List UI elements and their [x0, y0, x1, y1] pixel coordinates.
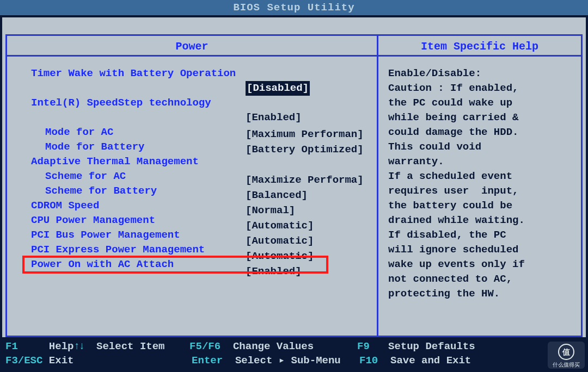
watermark: 值 什么值得买 — [548, 342, 585, 369]
setting-row[interactable]: PCI Express Power Management[Automatic] — [11, 243, 372, 257]
setting-row[interactable]: PCI Bus Power Management[Automatic] — [11, 228, 372, 243]
key-f10: F10 — [359, 355, 378, 367]
frame-top-spacer — [0, 15, 588, 34]
label-setup-defaults: Setup Defaults — [388, 340, 475, 352]
setting-label: Power On with AC Attach — [11, 257, 174, 272]
title-bar: BIOS Setup Utility — [0, 0, 588, 15]
setting-row[interactable]: Scheme for Battery[Balanced] — [11, 184, 372, 199]
setting-label: Mode for Battery — [11, 140, 144, 154]
help-text: Enable/Disable: Caution : If enabled, th… — [378, 57, 581, 306]
key-enter: Enter — [192, 355, 223, 367]
setting-label: PCI Express Power Management — [11, 243, 205, 257]
settings-pane: Power Timer Wake with Battery Operation[… — [5, 34, 378, 337]
help-pane: Item Specific Help Enable/Disable: Cauti… — [378, 34, 583, 337]
setting-row[interactable]: CPU Power Management[Automatic] — [11, 213, 372, 228]
label-change-values: Change Values — [233, 340, 314, 352]
setting-row[interactable]: Mode for Battery[Battery Optimized] — [11, 140, 372, 154]
setting-value-row[interactable]: [Disabled] — [11, 81, 372, 96]
watermark-text: 什么值得买 — [553, 362, 580, 368]
main-frame: Power Timer Wake with Battery Operation[… — [0, 34, 588, 337]
setting-label: Adaptive Thermal Management — [11, 154, 199, 169]
setting-row[interactable]: Power On with AC Attach[Enabled] — [11, 257, 372, 272]
setting-value[interactable]: [Enabled] — [246, 110, 302, 125]
key-arrows: ↑↓ — [74, 340, 84, 352]
label-exit: Exit — [49, 355, 74, 367]
settings-list[interactable]: Timer Wake with Battery Operation[Disabl… — [7, 57, 377, 336]
setting-label: Scheme for AC — [11, 169, 126, 184]
watermark-icon: 值 — [558, 344, 574, 360]
setting-label: CDROM Speed — [11, 199, 99, 213]
label-select-item: Select Item — [96, 340, 164, 352]
help-pane-title: Item Specific Help — [421, 40, 538, 53]
key-f3esc: F3/ESC — [5, 355, 42, 367]
setting-label: Timer Wake with Battery Operation — [11, 66, 236, 81]
key-f5f6: F5/F6 — [189, 340, 220, 352]
footer-keys: F1 Help↑↓ Select Item F5/F6 Change Value… — [0, 337, 588, 370]
setting-label: CPU Power Management — [11, 213, 155, 228]
help-pane-header: Item Specific Help — [378, 36, 581, 57]
setting-value[interactable]: [Battery Optimized] — [246, 142, 364, 157]
setting-label: Intel(R) SpeedStep technology — [11, 96, 211, 110]
setting-row[interactable]: CDROM Speed[Normal] — [11, 199, 372, 213]
setting-label: PCI Bus Power Management — [11, 228, 180, 243]
setting-value[interactable]: [Enabled] — [246, 264, 302, 279]
setting-label: Mode for AC — [11, 125, 113, 140]
setting-row[interactable]: Timer Wake with Battery Operation — [11, 66, 372, 81]
setting-row[interactable]: Mode for AC[Maximum Performan] — [11, 125, 372, 140]
label-save-exit: Save and Exit — [390, 355, 471, 367]
label-select-submenu: Select ▸ Sub-Menu — [235, 355, 341, 367]
key-f1: F1 — [5, 340, 18, 352]
app-title: BIOS Setup Utility — [233, 2, 354, 14]
label-help: Help — [49, 340, 74, 352]
setting-value-row[interactable]: [Enabled] — [11, 110, 372, 125]
setting-label: Scheme for Battery — [11, 184, 157, 199]
setting-row[interactable]: Intel(R) SpeedStep technology — [11, 96, 372, 110]
setting-row[interactable]: Scheme for AC[Maximize Performa] — [11, 169, 372, 184]
key-f9: F9 — [357, 340, 370, 352]
settings-pane-header: Power — [7, 36, 377, 57]
settings-pane-title: Power — [175, 40, 208, 53]
setting-value[interactable]: [Disabled] — [246, 81, 310, 96]
